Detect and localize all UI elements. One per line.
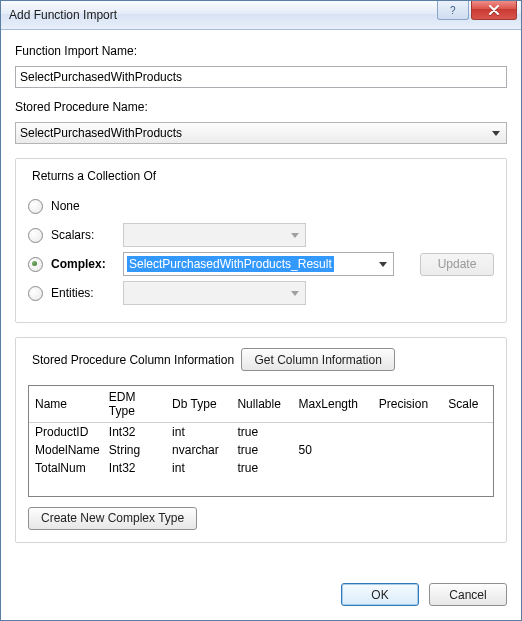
returns-none-radio[interactable] [28,199,43,214]
table-row[interactable]: ProductID Int32 int true [29,422,493,441]
table-row[interactable]: ModelName String nvarchar true 50 [29,441,493,459]
cell-edm: Int32 [103,459,166,477]
cell-nullable: true [231,459,292,477]
titlebar[interactable]: Add Function Import ? [1,1,521,30]
create-new-complex-type-button[interactable]: Create New Complex Type [28,507,197,530]
cell-nullable: true [231,441,292,459]
cell-edm: Int32 [103,422,166,441]
returns-none-label[interactable]: None [51,199,115,213]
cell-db: int [166,422,231,441]
svg-text:?: ? [450,5,456,15]
help-button[interactable]: ? [437,1,469,20]
returns-complex-label[interactable]: Complex: [51,257,115,271]
returns-entities-radio[interactable] [28,286,43,301]
returns-entities-row: Entities: [28,281,494,305]
col-header-name[interactable]: Name [29,386,103,423]
cell-name: TotalNum [29,459,103,477]
returns-entities-combo [123,281,306,305]
stored-procedure-columns-legend: Stored Procedure Column Information [28,353,238,367]
window-title: Add Function Import [9,8,437,22]
returns-scalars-radio[interactable] [28,228,43,243]
returns-complex-combo-value: SelectPurchasedWithProducts_Result [127,256,334,272]
cell-name: ModelName [29,441,103,459]
col-header-nullable[interactable]: Nullable [231,386,292,423]
returns-complex-combo[interactable]: SelectPurchasedWithProducts_Result [123,252,394,276]
returns-entities-label[interactable]: Entities: [51,286,115,300]
cell-maxlength [293,422,373,441]
stored-procedure-name-label: Stored Procedure Name: [15,100,507,114]
returns-complex-row: Complex: SelectPurchasedWithProducts_Res… [28,252,494,276]
returns-collection-group: Returns a Collection Of None Scalars: Co… [15,158,507,323]
col-header-edm[interactable]: EDM Type [103,386,166,423]
close-button[interactable] [471,1,517,20]
dialog-body: Function Import Name: SelectPurchasedWit… [1,30,521,620]
cell-name: ProductID [29,422,103,441]
cell-maxlength: 50 [293,441,373,459]
returns-scalars-combo [123,223,306,247]
cell-db: int [166,459,231,477]
table-row[interactable]: TotalNum Int32 int true [29,459,493,477]
cell-edm: String [103,441,166,459]
update-button: Update [420,253,494,276]
cell-nullable: true [231,422,292,441]
col-header-maxlength[interactable]: MaxLength [293,386,373,423]
returns-none-row: None [28,194,494,218]
cell-precision [373,441,443,459]
col-header-precision[interactable]: Precision [373,386,443,423]
cancel-button[interactable]: Cancel [429,583,507,606]
cell-scale [442,441,493,459]
columns-table-wrap: Name EDM Type Db Type Nullable MaxLength… [28,385,494,497]
close-icon [488,5,500,15]
cell-db: nvarchar [166,441,231,459]
col-header-db[interactable]: Db Type [166,386,231,423]
columns-header-row: Name EDM Type Db Type Nullable MaxLength… [29,386,493,423]
help-icon: ? [448,5,458,15]
function-import-name-value: SelectPurchasedWithProducts [20,70,182,84]
stored-procedure-columns-group: Stored Procedure Column Information Get … [15,337,507,543]
stored-procedure-name-value: SelectPurchasedWithProducts [20,126,182,140]
returns-scalars-label[interactable]: Scalars: [51,228,115,242]
function-import-name-label: Function Import Name: [15,44,507,58]
returns-collection-legend: Returns a Collection Of [28,169,160,183]
cell-precision [373,422,443,441]
cell-scale [442,459,493,477]
returns-scalars-row: Scalars: [28,223,494,247]
stored-procedure-name-combo[interactable]: SelectPurchasedWithProducts [15,122,507,144]
col-header-scale[interactable]: Scale [442,386,493,423]
columns-table: Name EDM Type Db Type Nullable MaxLength… [29,386,493,477]
cell-scale [442,422,493,441]
cell-maxlength [293,459,373,477]
dialog-window: Add Function Import ? Function Import Na… [0,0,522,621]
dialog-footer: OK Cancel [15,571,507,606]
cell-precision [373,459,443,477]
window-buttons: ? [437,1,521,29]
function-import-name-input[interactable]: SelectPurchasedWithProducts [15,66,507,88]
returns-complex-radio[interactable] [28,257,43,272]
get-column-information-button[interactable]: Get Column Information [241,348,394,371]
ok-button[interactable]: OK [341,583,419,606]
